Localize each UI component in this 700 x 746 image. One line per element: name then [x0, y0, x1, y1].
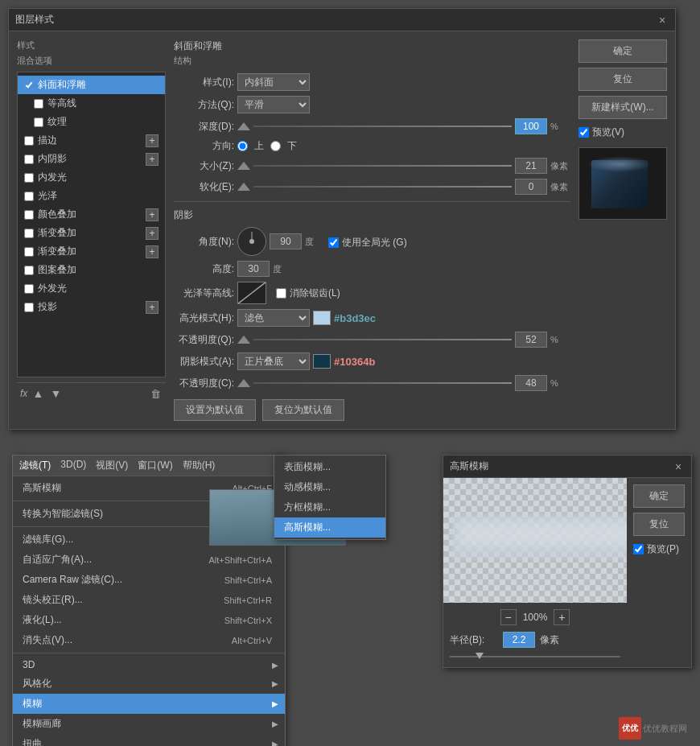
- menu-item-lens-correct[interactable]: 镜头校正(R)... Shift+Ctrl+R: [13, 590, 285, 610]
- highlight-color-swatch[interactable]: [313, 311, 331, 325]
- depth-input[interactable]: [515, 118, 547, 134]
- gaussian-preview-checkbox[interactable]: [633, 544, 644, 554]
- reset-button[interactable]: 复位: [579, 68, 667, 91]
- style-item-color-overlay[interactable]: 颜色叠加 +: [18, 205, 165, 224]
- zoom-in-button[interactable]: +: [554, 609, 570, 625]
- style-item-stroke[interactable]: 描边 +: [18, 131, 165, 150]
- soften-input[interactable]: [515, 179, 547, 195]
- dir-down-radio[interactable]: [270, 141, 281, 151]
- menu-item-adaptive[interactable]: 自适应广角(A)... Alt+Shift+Ctrl+A: [13, 550, 285, 570]
- depth-slider-thumb[interactable]: [237, 122, 250, 130]
- gaussian-slider-thumb[interactable]: [476, 653, 484, 659]
- anti-alias-checkbox[interactable]: [276, 288, 286, 299]
- menu-bar-window[interactable]: 窗口(W): [138, 459, 172, 472]
- style-checkbox-gradient1[interactable]: [24, 229, 34, 238]
- style-item-texture[interactable]: 纹理: [18, 113, 165, 131]
- menu-bar-3d[interactable]: 3D(D): [60, 459, 86, 472]
- style-item-inner-shadow[interactable]: 内阴影 +: [18, 150, 165, 168]
- plus-btn-gradient1[interactable]: +: [146, 227, 159, 240]
- soften-slider-thumb[interactable]: [237, 183, 250, 191]
- angle-input[interactable]: [270, 233, 302, 249]
- menu-item-stylize[interactable]: 风格化 ▶: [13, 674, 285, 694]
- style-checkbox-pattern[interactable]: [24, 266, 34, 275]
- style-checkbox-stroke[interactable]: [24, 136, 34, 146]
- style-checkbox-gradient2[interactable]: [24, 247, 34, 257]
- style-item-label: 内发光: [38, 171, 67, 184]
- shadow-color-swatch[interactable]: [313, 354, 331, 369]
- style-checkbox-outer-glow[interactable]: [24, 284, 34, 294]
- menu-item-blur-gallery[interactable]: 模糊画廊 ▶: [13, 714, 285, 734]
- dir-up-radio[interactable]: [237, 141, 248, 151]
- plus-btn-drop-shadow[interactable]: +: [146, 301, 159, 314]
- highlight-opacity-thumb[interactable]: [237, 336, 250, 344]
- depth-slider-line: [253, 126, 512, 127]
- method-select[interactable]: 平滑: [237, 96, 310, 113]
- style-checkbox-contour[interactable]: [34, 99, 43, 109]
- angle-circle[interactable]: [237, 227, 266, 256]
- style-item-gradient-overlay2[interactable]: 渐变叠加 +: [18, 242, 165, 261]
- style-item-inner-glow[interactable]: 内发光: [18, 168, 165, 187]
- plus-btn-gradient2[interactable]: +: [146, 245, 159, 258]
- style-item-bevel[interactable]: 斜面和浮雕: [18, 76, 165, 94]
- size-slider-container: [237, 162, 512, 170]
- size-input[interactable]: [515, 158, 547, 174]
- style-checkbox-color-overlay[interactable]: [24, 210, 34, 220]
- style-item-contour[interactable]: 等高线: [18, 94, 165, 113]
- fx-down-button[interactable]: ▼: [48, 386, 63, 401]
- gloss-contour-box[interactable]: [237, 282, 266, 304]
- gaussian-close-button[interactable]: ×: [672, 460, 685, 473]
- menu-bar-view[interactable]: 视图(V): [96, 459, 128, 472]
- style-checkbox-inner-glow[interactable]: [24, 173, 34, 183]
- style-item-outer-glow[interactable]: 外发光: [18, 279, 165, 298]
- menu-bar-filter[interactable]: 滤镜(T): [19, 459, 51, 472]
- style-item-satin[interactable]: 光泽: [18, 187, 165, 205]
- submenu-box-blur[interactable]: 方框模糊...: [274, 497, 385, 517]
- gaussian-ok-button[interactable]: 确定: [633, 484, 685, 508]
- radius-input[interactable]: [503, 632, 535, 648]
- plus-btn-color-overlay[interactable]: +: [146, 208, 159, 221]
- menu-arrow-stylize: ▶: [272, 679, 278, 688]
- style-item-pattern-overlay[interactable]: 图案叠加: [18, 261, 165, 279]
- menu-item-blur[interactable]: 模糊 ▶: [13, 694, 285, 714]
- gaussian-blur-dialog: 高斯模糊 × − 100% + 半径(B):: [443, 455, 692, 668]
- menu-item-distort[interactable]: 扭曲 ▶: [13, 734, 285, 746]
- style-checkbox-bevel[interactable]: [24, 80, 34, 90]
- style-select[interactable]: 内斜面: [237, 73, 310, 91]
- menu-item-vanish[interactable]: 消失点(V)... Alt+Ctrl+V: [13, 630, 285, 650]
- submenu-surface-blur[interactable]: 表面模糊...: [274, 457, 385, 477]
- fx-delete-button[interactable]: 🗑: [148, 386, 163, 401]
- highlight-mode-select[interactable]: 滤色: [237, 309, 310, 327]
- fx-up-button[interactable]: ▲: [31, 386, 45, 401]
- new-style-button[interactable]: 新建样式(W)...: [579, 96, 667, 119]
- style-checkbox-drop-shadow[interactable]: [24, 303, 34, 312]
- gaussian-reset-button[interactable]: 复位: [633, 513, 685, 536]
- style-item-drop-shadow[interactable]: 投影 +: [18, 298, 165, 316]
- plus-btn-stroke[interactable]: +: [146, 134, 159, 147]
- preview-checkbox[interactable]: [579, 127, 589, 138]
- menu-item-3d[interactable]: 3D ▶: [13, 656, 285, 674]
- shadow-opacity-input[interactable]: [515, 375, 547, 391]
- reset-default-button[interactable]: 复位为默认值: [262, 399, 344, 421]
- size-slider-thumb[interactable]: [237, 162, 250, 170]
- style-checkbox-texture[interactable]: [34, 117, 43, 127]
- global-light-checkbox[interactable]: [328, 237, 339, 248]
- style-item-gradient-overlay1[interactable]: 渐变叠加 +: [18, 224, 165, 242]
- submenu-motion-blur[interactable]: 动感模糊...: [274, 477, 385, 497]
- shadow-mode-select[interactable]: 正片叠底: [237, 352, 310, 370]
- menu-item-liquify[interactable]: 液化(L)... Shift+Ctrl+X: [13, 610, 285, 630]
- zoom-out-button[interactable]: −: [500, 609, 517, 625]
- ok-button[interactable]: 确定: [579, 39, 667, 63]
- menu-bar-help[interactable]: 帮助(H): [183, 459, 216, 472]
- style-checkbox-satin[interactable]: [24, 192, 34, 201]
- radius-label: 半径(B):: [450, 633, 498, 647]
- style-checkbox-inner-shadow[interactable]: [24, 155, 34, 164]
- altitude-input[interactable]: [237, 261, 270, 277]
- shadow-opacity-thumb[interactable]: [237, 379, 250, 387]
- gaussian-slider[interactable]: [450, 656, 620, 657]
- highlight-opacity-input[interactable]: [515, 332, 547, 348]
- menu-item-camera-raw[interactable]: Camera Raw 滤镜(C)... Shift+Ctrl+A: [13, 570, 285, 590]
- submenu-gaussian-blur[interactable]: 高斯模糊...: [274, 517, 385, 538]
- set-default-button[interactable]: 设置为默认值: [174, 399, 256, 421]
- plus-btn-inner-shadow[interactable]: +: [146, 153, 159, 166]
- dialog-close-button[interactable]: ×: [656, 14, 669, 27]
